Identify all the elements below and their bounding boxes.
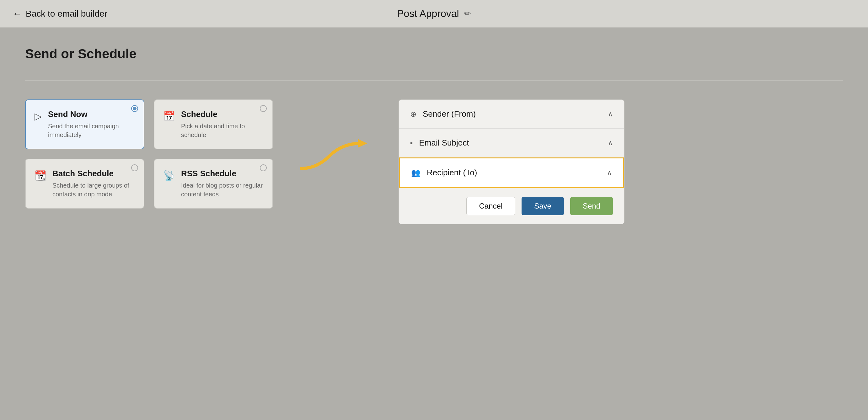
batch-schedule-icon: 📆 — [34, 170, 46, 181]
send-now-radio[interactable] — [131, 105, 138, 112]
edit-icon[interactable]: ✏ — [464, 9, 471, 19]
schedule-icon: 📅 — [163, 111, 175, 122]
sender-from-icon: ⊕ — [410, 110, 416, 119]
sender-from-row[interactable]: ⊕ Sender (From) ∧ — [399, 100, 624, 129]
send-button[interactable]: Send — [570, 197, 613, 215]
send-now-desc: Send the email campaign immediately — [48, 122, 135, 139]
batch-schedule-content: Batch Schedule Schedule to large groups … — [53, 169, 135, 199]
send-now-icon: ▷ — [34, 111, 42, 122]
email-subject-row[interactable]: ▪ Email Subject ∧ — [399, 129, 624, 158]
recipient-to-label: Recipient (To) — [427, 168, 477, 177]
main-content: Send or Schedule ▷ Send Now Send the ema… — [0, 28, 868, 243]
back-arrow-icon: ← — [12, 8, 22, 19]
rss-schedule-content: RSS Schedule Ideal for blog posts or reg… — [181, 169, 264, 199]
top-nav: ← Back to email builder Post Approval ✏ — [0, 0, 868, 28]
option-card-send-now[interactable]: ▷ Send Now Send the email campaign immed… — [25, 99, 144, 149]
page-title: Post Approval — [397, 8, 459, 20]
content-layout: ▷ Send Now Send the email campaign immed… — [25, 99, 843, 224]
cancel-button[interactable]: Cancel — [466, 197, 516, 215]
back-link-label: Back to email builder — [26, 9, 107, 19]
recipient-to-left: 👥 Recipient (To) — [411, 168, 477, 177]
option-card-schedule[interactable]: 📅 Schedule Pick a date and time to sched… — [154, 99, 273, 149]
email-subject-chevron: ∧ — [608, 139, 613, 147]
recipient-to-chevron: ∧ — [607, 169, 612, 177]
arrow-annotation — [292, 99, 380, 175]
rss-schedule-title: RSS Schedule — [181, 169, 264, 179]
recipient-to-row[interactable]: 👥 Recipient (To) ∧ — [399, 158, 624, 188]
section-title: Send or Schedule — [25, 46, 843, 62]
page-title-area: Post Approval ✏ — [397, 8, 471, 20]
email-subject-label: Email Subject — [419, 138, 469, 148]
schedule-content: Schedule Pick a date and time to schedul… — [181, 109, 264, 139]
rss-schedule-desc: Ideal for blog posts or regular content … — [181, 181, 264, 199]
sender-from-label: Sender (From) — [423, 109, 476, 119]
email-subject-icon: ▪ — [410, 139, 413, 148]
option-card-rss-schedule[interactable]: 📡 RSS Schedule Ideal for blog posts or r… — [154, 159, 273, 208]
schedule-desc: Pick a date and time to schedule — [181, 122, 264, 139]
options-grid: ▷ Send Now Send the email campaign immed… — [25, 99, 273, 208]
option-card-batch-schedule[interactable]: 📆 Batch Schedule Schedule to large group… — [25, 159, 144, 208]
section-divider — [25, 80, 843, 80]
back-link[interactable]: ← Back to email builder — [12, 8, 107, 19]
recipient-to-icon: 👥 — [411, 168, 421, 177]
arrow-svg — [292, 125, 380, 175]
right-panel: ⊕ Sender (From) ∧ ▪ Email Subject ∧ 👥 Re… — [399, 99, 624, 224]
save-button[interactable]: Save — [522, 197, 564, 215]
send-now-content: Send Now Send the email campaign immedia… — [48, 109, 135, 139]
batch-schedule-title: Batch Schedule — [53, 169, 135, 179]
svg-marker-0 — [358, 139, 367, 148]
batch-schedule-radio[interactable] — [131, 164, 138, 171]
rss-schedule-icon: 📡 — [163, 170, 175, 181]
sender-from-left: ⊕ Sender (From) — [410, 109, 476, 119]
batch-schedule-desc: Schedule to large groups of contacts in … — [53, 181, 135, 199]
sender-from-chevron: ∧ — [608, 110, 613, 118]
schedule-radio[interactable] — [260, 105, 267, 112]
rss-schedule-radio[interactable] — [260, 164, 267, 171]
email-subject-left: ▪ Email Subject — [410, 138, 469, 148]
send-now-title: Send Now — [48, 109, 135, 119]
schedule-title: Schedule — [181, 109, 264, 119]
panel-actions: Cancel Save Send — [399, 188, 624, 224]
